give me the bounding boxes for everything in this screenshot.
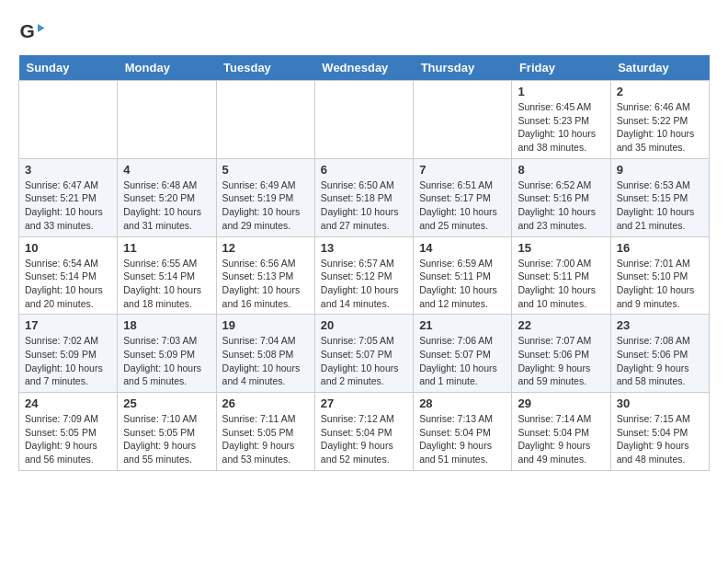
day-info: Sunrise: 7:10 AM Sunset: 5:05 PM Dayligh… <box>123 412 210 466</box>
day-info: Sunrise: 7:03 AM Sunset: 5:09 PM Dayligh… <box>123 334 210 388</box>
day-number: 16 <box>617 241 703 255</box>
day-info: Sunrise: 6:53 AM Sunset: 5:15 PM Dayligh… <box>617 178 703 233</box>
day-of-week-header: Tuesday <box>216 55 314 81</box>
day-info: Sunrise: 7:15 AM Sunset: 5:04 PM Dayligh… <box>617 412 703 466</box>
calendar-week-row: 1Sunrise: 6:45 AM Sunset: 5:23 PM Daylig… <box>19 81 710 159</box>
calendar-day-cell: 18Sunrise: 7:03 AM Sunset: 5:09 PM Dayli… <box>118 315 216 393</box>
logo-icon: G <box>18 18 46 46</box>
day-info: Sunrise: 6:48 AM Sunset: 5:20 PM Dayligh… <box>123 178 210 233</box>
day-info: Sunrise: 7:00 AM Sunset: 5:11 PM Dayligh… <box>518 257 604 311</box>
calendar-day-cell: 25Sunrise: 7:10 AM Sunset: 5:05 PM Dayli… <box>118 393 216 471</box>
calendar-day-cell: 9Sunrise: 6:53 AM Sunset: 5:15 PM Daylig… <box>610 158 709 236</box>
day-number: 11 <box>123 241 210 255</box>
calendar-day-cell: 12Sunrise: 6:56 AM Sunset: 5:13 PM Dayli… <box>216 236 314 315</box>
calendar-day-cell: 19Sunrise: 7:04 AM Sunset: 5:08 PM Dayli… <box>216 315 314 393</box>
calendar-table: SundayMondayTuesdayWednesdayThursdayFrid… <box>18 55 710 471</box>
day-number: 4 <box>123 163 210 177</box>
day-number: 22 <box>518 318 604 332</box>
day-of-week-header: Wednesday <box>314 55 413 81</box>
day-number: 25 <box>123 396 210 410</box>
day-info: Sunrise: 6:56 AM Sunset: 5:13 PM Dayligh… <box>222 257 309 311</box>
calendar-day-cell: 3Sunrise: 6:47 AM Sunset: 5:21 PM Daylig… <box>19 158 118 236</box>
day-info: Sunrise: 7:14 AM Sunset: 5:04 PM Dayligh… <box>518 412 604 466</box>
calendar-header-row: SundayMondayTuesdayWednesdayThursdayFrid… <box>19 55 710 81</box>
day-info: Sunrise: 7:01 AM Sunset: 5:10 PM Dayligh… <box>617 257 703 311</box>
day-number: 13 <box>321 241 407 255</box>
calendar-day-cell <box>118 81 216 159</box>
calendar-day-cell: 21Sunrise: 7:06 AM Sunset: 5:07 PM Dayli… <box>414 315 512 393</box>
day-number: 19 <box>222 318 309 332</box>
day-number: 5 <box>222 163 309 177</box>
day-of-week-header: Friday <box>512 55 610 81</box>
day-number: 29 <box>518 396 604 410</box>
day-info: Sunrise: 7:06 AM Sunset: 5:07 PM Dayligh… <box>419 334 506 388</box>
day-info: Sunrise: 6:47 AM Sunset: 5:21 PM Dayligh… <box>25 178 111 233</box>
calendar-day-cell: 20Sunrise: 7:05 AM Sunset: 5:07 PM Dayli… <box>314 315 413 393</box>
day-number: 20 <box>321 318 407 332</box>
day-number: 9 <box>617 163 703 177</box>
day-info: Sunrise: 7:05 AM Sunset: 5:07 PM Dayligh… <box>321 334 407 388</box>
calendar-day-cell: 7Sunrise: 6:51 AM Sunset: 5:17 PM Daylig… <box>414 158 512 236</box>
day-number: 23 <box>617 318 703 332</box>
day-info: Sunrise: 6:45 AM Sunset: 5:23 PM Dayligh… <box>518 100 604 155</box>
calendar-day-cell: 5Sunrise: 6:49 AM Sunset: 5:19 PM Daylig… <box>216 158 314 236</box>
day-info: Sunrise: 6:55 AM Sunset: 5:14 PM Dayligh… <box>123 257 210 311</box>
day-number: 21 <box>419 318 506 332</box>
day-number: 10 <box>25 241 111 255</box>
calendar-day-cell: 10Sunrise: 6:54 AM Sunset: 5:14 PM Dayli… <box>19 236 118 315</box>
calendar-day-cell: 16Sunrise: 7:01 AM Sunset: 5:10 PM Dayli… <box>610 236 709 315</box>
calendar-week-row: 10Sunrise: 6:54 AM Sunset: 5:14 PM Dayli… <box>19 236 710 315</box>
day-number: 8 <box>518 163 604 177</box>
calendar-day-cell: 6Sunrise: 6:50 AM Sunset: 5:18 PM Daylig… <box>314 158 413 236</box>
day-number: 7 <box>419 163 506 177</box>
day-number: 28 <box>419 396 506 410</box>
calendar-day-cell <box>414 81 512 159</box>
calendar-day-cell <box>19 81 118 159</box>
calendar-day-cell: 8Sunrise: 6:52 AM Sunset: 5:16 PM Daylig… <box>512 158 610 236</box>
day-info: Sunrise: 6:51 AM Sunset: 5:17 PM Dayligh… <box>419 178 506 233</box>
day-info: Sunrise: 7:12 AM Sunset: 5:04 PM Dayligh… <box>321 412 407 466</box>
day-number: 12 <box>222 241 309 255</box>
day-number: 6 <box>321 163 407 177</box>
calendar-day-cell <box>216 81 314 159</box>
calendar-week-row: 24Sunrise: 7:09 AM Sunset: 5:05 PM Dayli… <box>19 393 710 471</box>
day-info: Sunrise: 7:13 AM Sunset: 5:04 PM Dayligh… <box>419 412 506 466</box>
day-info: Sunrise: 6:59 AM Sunset: 5:11 PM Dayligh… <box>419 257 506 311</box>
day-info: Sunrise: 6:46 AM Sunset: 5:22 PM Dayligh… <box>617 100 703 155</box>
day-number: 3 <box>25 163 111 177</box>
day-info: Sunrise: 6:49 AM Sunset: 5:19 PM Dayligh… <box>222 178 309 233</box>
day-number: 24 <box>25 396 111 410</box>
day-number: 30 <box>617 396 703 410</box>
day-of-week-header: Saturday <box>610 55 709 81</box>
day-number: 27 <box>321 396 407 410</box>
day-info: Sunrise: 7:07 AM Sunset: 5:06 PM Dayligh… <box>518 334 604 388</box>
calendar-day-cell: 28Sunrise: 7:13 AM Sunset: 5:04 PM Dayli… <box>414 393 512 471</box>
day-info: Sunrise: 7:09 AM Sunset: 5:05 PM Dayligh… <box>25 412 111 466</box>
logo: G <box>18 18 50 46</box>
calendar-week-row: 17Sunrise: 7:02 AM Sunset: 5:09 PM Dayli… <box>19 315 710 393</box>
day-info: Sunrise: 6:50 AM Sunset: 5:18 PM Dayligh… <box>321 178 407 233</box>
svg-text:G: G <box>20 20 35 41</box>
calendar-day-cell: 14Sunrise: 6:59 AM Sunset: 5:11 PM Dayli… <box>414 236 512 315</box>
calendar-day-cell: 4Sunrise: 6:48 AM Sunset: 5:20 PM Daylig… <box>118 158 216 236</box>
calendar-day-cell: 13Sunrise: 6:57 AM Sunset: 5:12 PM Dayli… <box>314 236 413 315</box>
day-number: 15 <box>518 241 604 255</box>
day-of-week-header: Sunday <box>19 55 118 81</box>
calendar-day-cell: 1Sunrise: 6:45 AM Sunset: 5:23 PM Daylig… <box>512 81 610 159</box>
calendar-week-row: 3Sunrise: 6:47 AM Sunset: 5:21 PM Daylig… <box>19 158 710 236</box>
calendar-day-cell: 2Sunrise: 6:46 AM Sunset: 5:22 PM Daylig… <box>610 81 709 159</box>
day-info: Sunrise: 6:52 AM Sunset: 5:16 PM Dayligh… <box>518 178 604 233</box>
calendar-body: 1Sunrise: 6:45 AM Sunset: 5:23 PM Daylig… <box>19 81 710 471</box>
calendar-day-cell: 15Sunrise: 7:00 AM Sunset: 5:11 PM Dayli… <box>512 236 610 315</box>
calendar-day-cell: 29Sunrise: 7:14 AM Sunset: 5:04 PM Dayli… <box>512 393 610 471</box>
day-of-week-header: Monday <box>118 55 216 81</box>
calendar-day-cell: 11Sunrise: 6:55 AM Sunset: 5:14 PM Dayli… <box>118 236 216 315</box>
day-info: Sunrise: 7:11 AM Sunset: 5:05 PM Dayligh… <box>222 412 309 466</box>
calendar-day-cell: 17Sunrise: 7:02 AM Sunset: 5:09 PM Dayli… <box>19 315 118 393</box>
calendar-day-cell: 24Sunrise: 7:09 AM Sunset: 5:05 PM Dayli… <box>19 393 118 471</box>
day-info: Sunrise: 7:08 AM Sunset: 5:06 PM Dayligh… <box>617 334 703 388</box>
day-of-week-header: Thursday <box>414 55 512 81</box>
calendar-day-cell: 26Sunrise: 7:11 AM Sunset: 5:05 PM Dayli… <box>216 393 314 471</box>
day-info: Sunrise: 7:04 AM Sunset: 5:08 PM Dayligh… <box>222 334 309 388</box>
day-number: 17 <box>25 318 111 332</box>
